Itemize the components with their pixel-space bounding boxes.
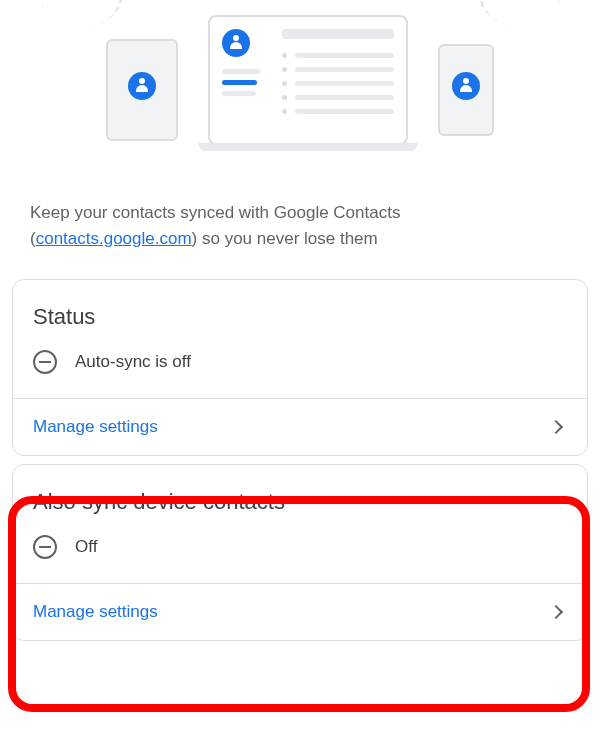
sync-off-icon (33, 535, 57, 559)
status-card: Status Auto-sync is off Manage settings (12, 279, 588, 456)
status-card-title: Status (33, 304, 567, 330)
device-card-title: Also sync device contacts (33, 489, 567, 515)
description-text: Keep your contacts synced with Google Co… (0, 180, 600, 271)
device-status-row: Off (33, 535, 567, 583)
status-row: Auto-sync is off (33, 350, 567, 398)
device-manage-settings-label: Manage settings (33, 602, 158, 622)
avatar-icon (128, 72, 156, 100)
manage-settings-button[interactable]: Manage settings (33, 399, 567, 455)
phone-device-icon (438, 44, 494, 136)
laptop-device-icon (198, 15, 418, 165)
illustration-devices (0, 0, 600, 180)
chevron-right-icon (549, 420, 563, 434)
avatar-icon (452, 72, 480, 100)
sync-off-icon (33, 350, 57, 374)
device-manage-settings-button[interactable]: Manage settings (33, 584, 567, 640)
contacts-link[interactable]: contacts.google.com (36, 229, 192, 248)
status-text: Auto-sync is off (75, 352, 191, 372)
device-contacts-card: Also sync device contacts Off Manage set… (12, 464, 588, 641)
manage-settings-label: Manage settings (33, 417, 158, 437)
chevron-right-icon (549, 605, 563, 619)
tablet-device-icon (106, 39, 178, 141)
device-status-text: Off (75, 537, 97, 557)
